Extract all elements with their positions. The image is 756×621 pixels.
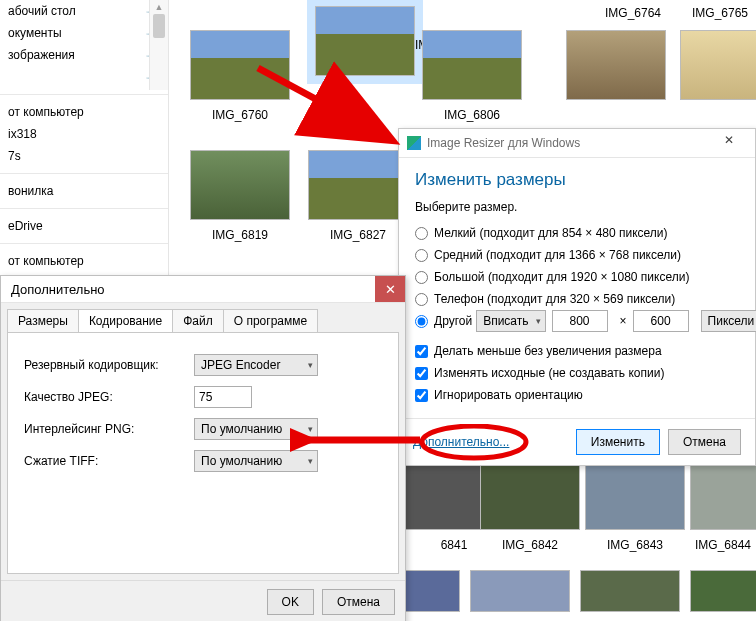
radio-phone[interactable]: [415, 293, 428, 306]
check-shrink[interactable]: Делать меньше без увеличения размера: [415, 340, 739, 362]
size-option-other[interactable]: Другой Вписать × Пиксели: [415, 310, 739, 332]
sidebar-item[interactable]: 7s: [0, 145, 168, 167]
radio-other[interactable]: [415, 315, 428, 328]
sidebar-item-label: окументы: [8, 26, 62, 40]
sidebar-item[interactable]: от компьютер: [0, 250, 168, 272]
check-replace[interactable]: Изменять исходные (не создавать копии): [415, 362, 739, 384]
radio-label: Мелкий (подходит для 854 × 480 пиксели): [434, 226, 668, 240]
thumbnail-image: [190, 150, 290, 220]
size-option-small[interactable]: Мелкий (подходит для 854 × 480 пиксели): [415, 222, 739, 244]
sidebar-item-label: вонилка: [8, 184, 53, 198]
cancel-button[interactable]: Отмена: [322, 589, 395, 615]
sidebar-item[interactable]: от компьютер: [0, 101, 168, 123]
thumbnail-image: [680, 30, 756, 100]
width-input[interactable]: [552, 310, 608, 332]
close-button[interactable]: ✕: [711, 133, 747, 153]
unit-select[interactable]: Пиксели: [701, 310, 756, 332]
thumbnail-image: [190, 30, 290, 100]
field-label: Сжатие TIFF:: [24, 454, 194, 468]
dialog-subheading: Выберите размер.: [415, 200, 739, 214]
sidebar-item[interactable]: окументы📌: [0, 22, 168, 44]
png-interlace-select[interactable]: По умолчанию: [194, 418, 318, 440]
thumbnail[interactable]: IMG_6819: [190, 150, 290, 242]
dialog-titlebar[interactable]: Дополнительно ✕: [1, 276, 405, 303]
checkbox-replace[interactable]: [415, 367, 428, 380]
thumbnail-image: [690, 460, 756, 530]
checkbox-shrink[interactable]: [415, 345, 428, 358]
height-input[interactable]: [633, 310, 689, 332]
tiff-compression-select[interactable]: По умолчанию: [194, 450, 318, 472]
sidebar-separator: [0, 94, 168, 95]
thumbnail-label: IMG_6842: [480, 538, 580, 552]
sidebar-item[interactable]: eDrive: [0, 215, 168, 237]
radio-label: Телефон (подходит для 320 × 569 пиксели): [434, 292, 675, 306]
radio-label: Другой: [434, 314, 472, 328]
fallback-encoder-row: Резервный кодировщик: JPEG Encoder: [24, 349, 382, 381]
sidebar-separator: [0, 243, 168, 244]
size-option-medium[interactable]: Средний (подходит для 1366 × 768 пиксели…: [415, 244, 739, 266]
sidebar-item[interactable]: абочий стол📌: [0, 0, 168, 22]
radio-medium[interactable]: [415, 249, 428, 262]
cancel-button[interactable]: Отмена: [668, 429, 741, 455]
thumbnail[interactable]: IMG_6858: [580, 570, 680, 621]
tab-encoding[interactable]: Кодирование: [78, 309, 173, 332]
tab-file[interactable]: Файл: [172, 309, 224, 332]
tab-about[interactable]: О программе: [223, 309, 318, 332]
multiply-sign: ×: [620, 314, 627, 328]
size-option-large[interactable]: Большой (подходит для 1920 × 1080 пиксел…: [415, 266, 739, 288]
check-ignore[interactable]: Игнорировать ориентацию: [415, 384, 739, 406]
fallback-encoder-select[interactable]: JPEG Encoder: [194, 354, 318, 376]
sidebar-item[interactable]: 📌: [0, 66, 168, 88]
thumbnail[interactable]: IMG_6843: [585, 460, 685, 552]
radio-large[interactable]: [415, 271, 428, 284]
thumbnail-image: [480, 460, 580, 530]
sidebar-scrollbar[interactable]: ▲: [149, 0, 168, 90]
radio-label: Большой (подходит для 1920 × 1080 пиксел…: [434, 270, 689, 284]
thumbnail[interactable]: IMG_6806: [422, 30, 522, 122]
thumbnail[interactable]: IMG_6844: [690, 460, 756, 552]
thumbnail[interactable]: IMG_6850: [690, 570, 756, 621]
thumbnail-image: [566, 30, 666, 100]
thumbnail[interactable]: IMG_6765: [690, 0, 750, 20]
thumbnail[interactable]: [680, 30, 756, 100]
thumbnail[interactable]: IMG_6760: [190, 30, 290, 122]
close-button[interactable]: ✕: [375, 276, 405, 302]
sidebar-separator: [0, 208, 168, 209]
size-option-phone[interactable]: Телефон (подходит для 320 × 569 пиксели): [415, 288, 739, 310]
thumbnail-image: [690, 570, 756, 612]
thumbnail[interactable]: IMG_6764: [583, 0, 683, 20]
ok-button[interactable]: OK: [267, 589, 314, 615]
thumbnail-image: [470, 570, 570, 612]
thumbnail-label: IMG_6844: [690, 538, 756, 552]
thumbnail-image: [585, 460, 685, 530]
explorer-sidebar: абочий стол📌 окументы📌 зображения📌 📌 от …: [0, 0, 169, 280]
thumbnail-image: [315, 6, 415, 76]
scrollbar-thumb[interactable]: [153, 14, 165, 38]
chevron-up-icon: ▲: [155, 2, 164, 12]
sidebar-item-label: зображения: [8, 48, 75, 62]
thumbnail[interactable]: IMG_6857: [470, 570, 570, 621]
tab-sizes[interactable]: Размеры: [7, 309, 79, 332]
png-interlace-row: Интерлейсинг PNG: По умолчанию: [24, 413, 382, 445]
thumbnail-label: IMG_6760: [190, 108, 290, 122]
sidebar-item[interactable]: ix318: [0, 123, 168, 145]
sidebar-item[interactable]: зображения📌: [0, 44, 168, 66]
resizer-dialog: Image Resizer для Windows ✕ Изменить раз…: [398, 128, 756, 466]
fit-select[interactable]: Вписать: [476, 310, 545, 332]
checkbox-label: Игнорировать ориентацию: [434, 388, 583, 402]
thumbnail[interactable]: IMG_6827: [308, 150, 408, 242]
checkbox-ignore[interactable]: [415, 389, 428, 402]
sidebar-item[interactable]: вонилка: [0, 180, 168, 202]
sidebar-separator: [0, 173, 168, 174]
field-label: Интерлейсинг PNG:: [24, 422, 194, 436]
advanced-link[interactable]: Дополнительно...: [413, 435, 509, 449]
thumbnail[interactable]: [566, 30, 666, 100]
jpeg-quality-input[interactable]: [194, 386, 252, 408]
dialog-titlebar[interactable]: Image Resizer для Windows ✕: [399, 129, 755, 158]
resize-button[interactable]: Изменить: [576, 429, 660, 455]
thumbnail[interactable]: IMG_6842: [480, 460, 580, 552]
radio-small[interactable]: [415, 227, 428, 240]
sidebar-item-label: ix318: [8, 127, 37, 141]
checkbox-label: Изменять исходные (не создавать копии): [434, 366, 664, 380]
tab-strip: Размеры Кодирование Файл О программе: [1, 303, 405, 332]
